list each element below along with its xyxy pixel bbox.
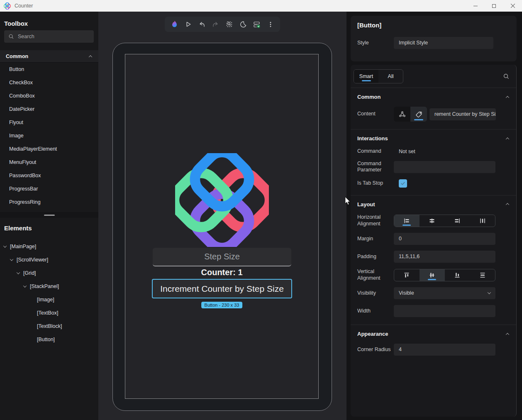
corner-radius-input[interactable]: 4 [394, 344, 495, 356]
command-label: Command [357, 148, 394, 155]
toolbox-item-datepicker[interactable]: DatePicker [0, 103, 98, 116]
toolbox-item-progressbar[interactable]: ProgressBar [0, 182, 98, 195]
h-align-center-button[interactable] [420, 215, 445, 227]
section-appearance-header[interactable]: Appearance [351, 331, 516, 337]
properties-search-icon[interactable] [503, 73, 510, 80]
tree-item-grid[interactable]: [Grid] [0, 266, 98, 280]
h-align-stretch-button[interactable] [470, 215, 495, 227]
tree-item-textbox[interactable]: [TextBox] [0, 306, 98, 320]
minimize-button[interactable] [466, 0, 485, 12]
horizontal-alignment-label: Horizontal Alignment [357, 214, 394, 227]
command-parameter-input[interactable] [394, 161, 495, 173]
command-parameter-label: Command Parameter [357, 161, 394, 173]
chevron-up-icon [506, 333, 509, 336]
left-sidebar: Toolbox Search Common Button CheckBox Co… [0, 12, 98, 420]
toolbox-search-input[interactable]: Search [4, 30, 94, 43]
active-align-underline [402, 225, 411, 226]
section-common: Common Content [351, 88, 516, 129]
counter-textblock: Counter: 1 [125, 268, 318, 277]
section-layout: Layout Horizontal Alignment [351, 195, 516, 325]
chevron-down-icon[interactable] [3, 244, 7, 247]
chevron-down-icon[interactable] [17, 271, 20, 274]
properties-card: Smart All Common Content [351, 65, 517, 417]
toolbox-section-common[interactable]: Common [0, 50, 98, 63]
margin-input[interactable]: 0 [394, 233, 495, 245]
v-align-top-button[interactable] [394, 269, 420, 281]
h-align-right-button[interactable] [445, 215, 470, 227]
design-canvas: Step Size Counter: 1 Increment Counter b… [98, 12, 346, 420]
window-titlebar: Counter [0, 0, 522, 12]
content-binding-toggle[interactable] [394, 107, 410, 122]
tree-item-scrollviewer[interactable]: [ScrollViewer] [0, 253, 98, 266]
increment-button-selected[interactable]: Increment Counter by Step Size [152, 279, 292, 298]
selection-size-badge: Button - 230 x 33 [201, 302, 243, 308]
chevron-up-icon [89, 55, 92, 59]
is-tab-stop-checkbox[interactable] [399, 179, 407, 188]
zoom-region-icon[interactable] [224, 19, 235, 30]
command-value[interactable]: Not set [394, 149, 415, 154]
maximize-button[interactable] [485, 0, 503, 12]
align-center-v-icon [429, 272, 435, 278]
h-align-left-button[interactable] [394, 215, 420, 227]
property-tabs: Smart All [354, 69, 403, 83]
content-label: Content [357, 111, 394, 117]
hot-reload-flame-icon[interactable] [169, 19, 180, 30]
device-frame: Step Size Counter: 1 Increment Counter b… [112, 43, 332, 411]
toolbox-item-flyout[interactable]: Flyout [0, 116, 98, 129]
section-layout-header[interactable]: Layout [351, 201, 516, 208]
align-center-h-icon [429, 217, 435, 224]
horizontal-alignment-group [394, 215, 495, 227]
chevron-up-icon [506, 137, 509, 141]
active-align-underline [428, 279, 436, 280]
width-label: Width [357, 308, 394, 315]
padding-input[interactable]: 11,5,11,6 [394, 251, 495, 263]
close-button[interactable] [503, 0, 522, 12]
align-right-icon [454, 217, 461, 224]
redo-icon[interactable] [210, 19, 221, 30]
designer-toolbar [165, 17, 280, 32]
tab-smart[interactable]: Smart [354, 70, 378, 83]
toolbox-item-menuflyout[interactable]: MenuFlyout [0, 156, 98, 169]
undo-icon[interactable] [196, 19, 207, 30]
section-common-header[interactable]: Common [351, 94, 516, 100]
content-literal-toggle[interactable] [410, 107, 427, 122]
visibility-select[interactable]: Visible [394, 287, 495, 299]
toolbox-item-passwordbox[interactable]: PasswordBox [0, 169, 98, 182]
dark-mode-moon-icon[interactable] [237, 19, 249, 30]
tree-item-image[interactable]: [Image] [0, 293, 98, 306]
uno-logo-image[interactable] [175, 153, 269, 247]
check-icon [400, 181, 405, 186]
v-align-stretch-button[interactable] [470, 269, 495, 281]
play-icon[interactable] [183, 19, 194, 30]
toolbox-item-mediaplayerelement[interactable]: MediaPlayerElement [0, 142, 98, 156]
active-toggle-underline [414, 119, 423, 120]
section-interactions-header[interactable]: Interactions [351, 135, 516, 142]
device-screen: Step Size Counter: 1 Increment Counter b… [125, 54, 319, 399]
stretch-v-icon [479, 272, 486, 278]
toolbox-item-button[interactable]: Button [0, 63, 98, 76]
tree-item-textblock[interactable]: [TextBlock] [0, 320, 98, 333]
tree-item-stackpanel[interactable]: [StackPanel] [0, 280, 98, 293]
elements-tree: [MainPage] [ScrollViewer] [Grid] [StackP… [0, 240, 98, 346]
tag-icon [415, 111, 422, 118]
width-input[interactable] [394, 305, 495, 317]
server-status-ok-icon[interactable] [251, 19, 262, 30]
chevron-down-icon[interactable] [23, 284, 27, 287]
tree-item-button[interactable]: [Button] [0, 333, 98, 346]
v-align-center-button[interactable] [420, 269, 445, 281]
toolbox-title: Toolbox [4, 20, 98, 27]
content-input[interactable]: rement Counter by Step Size [429, 108, 496, 120]
tree-item-mainpage[interactable]: [MainPage] [0, 240, 98, 253]
toolbox-item-checkbox[interactable]: CheckBox [0, 76, 98, 89]
more-options-icon[interactable] [265, 19, 276, 30]
v-align-bottom-button[interactable] [445, 269, 470, 281]
app-logo-icon [4, 2, 11, 10]
style-input[interactable]: Implicit Style [394, 37, 493, 49]
panel-splitter[interactable] [0, 212, 98, 218]
toolbox-item-progressring[interactable]: ProgressRing [0, 195, 98, 209]
toolbox-item-combobox[interactable]: ComboBox [0, 89, 98, 103]
tab-all[interactable]: All [378, 70, 403, 83]
step-size-textbox[interactable]: Step Size [153, 248, 291, 266]
toolbox-item-image[interactable]: Image [0, 129, 98, 142]
chevron-down-icon[interactable] [10, 257, 13, 261]
